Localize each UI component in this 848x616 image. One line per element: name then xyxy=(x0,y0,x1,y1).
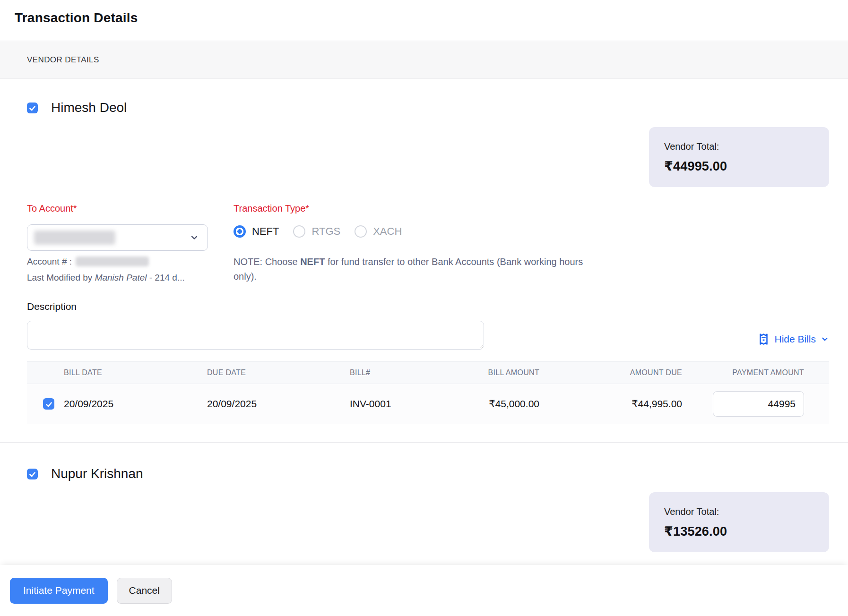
last-modified-by-name: Manish Patel xyxy=(95,273,147,282)
vendor-total-label: Vendor Total: xyxy=(664,141,814,152)
col-amount-due: AMOUNT DUE xyxy=(544,368,687,377)
vendor-1-header: Himesh Deol xyxy=(27,100,848,115)
radio-selected-icon xyxy=(234,225,246,238)
bill-date-cell: 20/09/2025 xyxy=(59,398,202,410)
to-account-select[interactable] xyxy=(27,224,208,251)
vendor-2-name: Nupur Krishnan xyxy=(51,466,143,481)
account-number-label: Account # : xyxy=(27,257,72,266)
action-footer: Initiate Payment Cancel xyxy=(0,565,848,616)
cancel-button[interactable]: Cancel xyxy=(117,578,172,604)
vendor-1-name: Himesh Deol xyxy=(51,100,127,115)
page-title: Transaction Details xyxy=(15,10,833,26)
col-due-date: DUE DATE xyxy=(202,368,345,377)
account-number-line: Account # : xyxy=(27,257,208,267)
col-payment-amount: PAYMENT AMOUNT xyxy=(687,368,829,377)
bill-amount-cell: ₹45,000.00 xyxy=(449,398,544,410)
vendor-total-label: Vendor Total: xyxy=(664,506,814,517)
bill-table-row: 20/09/2025 20/09/2025 INV-0001 ₹45,000.0… xyxy=(27,384,829,424)
amount-due-cell: ₹44,995.00 xyxy=(544,398,687,410)
hide-bills-toggle[interactable]: Hide Bills xyxy=(758,333,829,346)
transaction-type-label: Transaction Type* xyxy=(234,203,607,214)
vendor-2-checkbox[interactable] xyxy=(27,469,38,479)
vendor-1-fields: To Account* Account # : Last Modified by… xyxy=(27,203,848,284)
col-bill-amount: BILL AMOUNT xyxy=(449,368,544,377)
radio-option-neft[interactable]: NEFT xyxy=(234,225,279,238)
radio-option-xach: XACH xyxy=(355,225,402,238)
to-account-label: To Account* xyxy=(27,203,208,214)
last-modified-line: Last Modified by Manish Patel - 214 d... xyxy=(27,273,208,283)
section-header-label: VENDOR DETAILS xyxy=(27,55,99,65)
receipt-icon xyxy=(758,333,770,346)
hide-bills-label: Hide Bills xyxy=(774,334,816,345)
vendor-2-total-card: Vendor Total: ₹13526.00 xyxy=(649,492,829,552)
page-header: Transaction Details xyxy=(0,0,848,41)
radio-option-rtgs: RTGS xyxy=(293,225,340,238)
description-textarea[interactable] xyxy=(27,321,484,350)
vendor-details-section-header: VENDOR DETAILS xyxy=(0,41,848,79)
vendor-1-total-card: Vendor Total: ₹44995.00 xyxy=(649,127,829,187)
vendor-divider xyxy=(0,442,848,443)
vendor-2-header: Nupur Krishnan xyxy=(27,466,848,481)
neft-note-text: NOTE: Choose NEFT for fund transfer to o… xyxy=(234,255,593,284)
vendor-1-checkbox[interactable] xyxy=(27,103,38,113)
redacted-account-name xyxy=(34,231,115,245)
vendor-section-2: Nupur Krishnan Vendor Total: ₹13526.00 xyxy=(0,466,848,552)
transaction-type-field-group: Transaction Type* NEFT RTGS XACH xyxy=(234,203,607,284)
to-account-field-group: To Account* Account # : Last Modified by… xyxy=(27,203,208,284)
vendor-section-1: Himesh Deol Vendor Total: ₹44995.00 To A… xyxy=(0,100,848,424)
check-icon xyxy=(28,470,36,478)
vendor-total-amount: ₹44995.00 xyxy=(664,159,814,174)
check-icon xyxy=(28,104,36,112)
bills-table: BILL DATE DUE DATE BILL# BILL AMOUNT AMO… xyxy=(27,361,829,424)
initiate-payment-button[interactable]: Initiate Payment xyxy=(10,578,108,604)
bill-number-cell: INV-0001 xyxy=(345,398,449,410)
chevron-down-icon xyxy=(190,233,199,242)
redacted-account-number xyxy=(76,257,149,266)
radio-unselected-icon xyxy=(355,225,367,238)
transaction-details-content: Himesh Deol Vendor Total: ₹44995.00 To A… xyxy=(0,79,848,565)
payment-amount-input[interactable] xyxy=(713,391,804,417)
vendor-total-amount: ₹13526.00 xyxy=(664,524,814,539)
description-row: Hide Bills xyxy=(27,321,829,350)
bill-row-checkbox[interactable] xyxy=(43,398,54,410)
chevron-down-icon xyxy=(821,335,829,343)
description-label: Description xyxy=(27,301,848,312)
bills-table-header: BILL DATE DUE DATE BILL# BILL AMOUNT AMO… xyxy=(27,361,829,384)
col-bill-date: BILL DATE xyxy=(59,368,202,377)
col-bill-number: BILL# xyxy=(345,368,449,377)
transaction-type-options: NEFT RTGS XACH xyxy=(234,225,607,238)
check-icon xyxy=(45,400,53,408)
due-date-cell: 20/09/2025 xyxy=(202,398,345,410)
radio-unselected-icon xyxy=(293,225,305,238)
